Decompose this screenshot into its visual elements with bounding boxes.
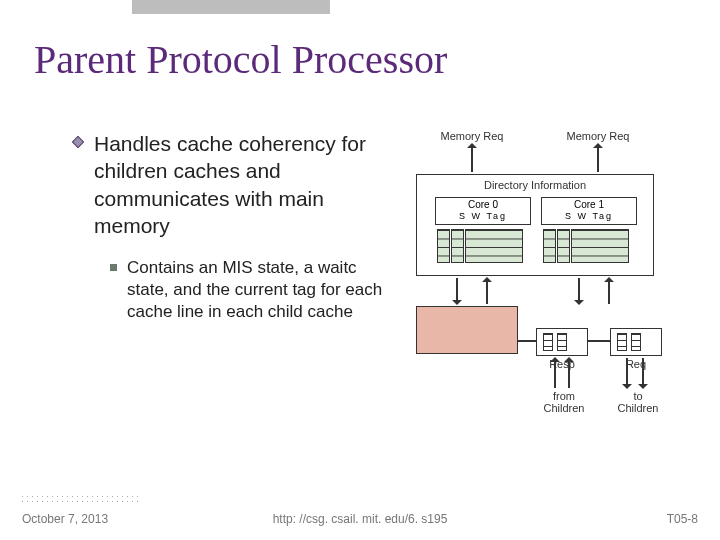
arrow-memreq-right [597, 144, 599, 172]
slide-title: Parent Protocol Processor [34, 36, 447, 83]
bullet-1: Handles cache coherency for children cac… [72, 130, 392, 239]
footer: October 7, 2013 http: //csg. csail. mit.… [0, 512, 720, 526]
arrow-to-pp-2 [578, 278, 580, 304]
core1-box: Core 1 S W Tag [541, 197, 637, 225]
bullet-1-text: Handles cache coherency for children cac… [94, 130, 392, 239]
arrow-from-pp-1 [486, 278, 488, 304]
dotted-rule [0, 0, 720, 22]
resp-box [536, 328, 588, 356]
corner-dots [20, 494, 140, 504]
label-from-children: from Children [534, 390, 594, 414]
core1-title: Core 1 [542, 198, 636, 211]
diamond-bullet-icon [72, 136, 84, 148]
conn-pp-resp [518, 340, 536, 342]
arrow-memreq-left [471, 144, 473, 172]
bullet-2: Contains an MIS state, a waitc state, an… [110, 257, 392, 323]
core0-box: Core 0 S W Tag [435, 197, 531, 225]
arrow-from-pp-2 [608, 278, 610, 304]
core1-sub: S W Tag [542, 211, 636, 221]
core1-grid [543, 229, 629, 263]
label-req: Req [610, 358, 662, 370]
bullet-list: Handles cache coherency for children cac… [72, 130, 392, 323]
footer-url: http: //csg. csail. mit. edu/6. s195 [162, 512, 558, 526]
protocol-processor-box [416, 306, 518, 354]
conn-resp-req [588, 340, 610, 342]
bullet-2-text: Contains an MIS state, a waitc state, an… [127, 257, 392, 323]
slide: Parent Protocol Processor Handles cache … [0, 0, 720, 540]
footer-page: T05-8 [558, 512, 698, 526]
core0-title: Core 0 [436, 198, 530, 211]
req-box [610, 328, 662, 356]
top-decor [0, 0, 720, 22]
arrow-to-pp-1 [456, 278, 458, 304]
gray-block [132, 0, 330, 14]
square-bullet-icon [110, 264, 117, 271]
core0-sub: S W Tag [436, 211, 530, 221]
diagram: Memory Req Memory Req Directory Informat… [408, 130, 698, 470]
arrow-to-children-2 [642, 358, 644, 388]
arrow-to-children-1 [626, 358, 628, 388]
directory-box: Directory Information Core 0 S W Tag Cor… [416, 174, 654, 276]
svg-rect-0 [72, 136, 83, 147]
label-resp: Resp [536, 358, 588, 370]
label-to-children: to Children [608, 390, 668, 414]
arrow-from-children-2 [568, 358, 570, 388]
core0-grid [437, 229, 523, 263]
directory-title: Directory Information [417, 175, 653, 195]
arrow-from-children-1 [554, 358, 556, 388]
footer-date: October 7, 2013 [22, 512, 162, 526]
